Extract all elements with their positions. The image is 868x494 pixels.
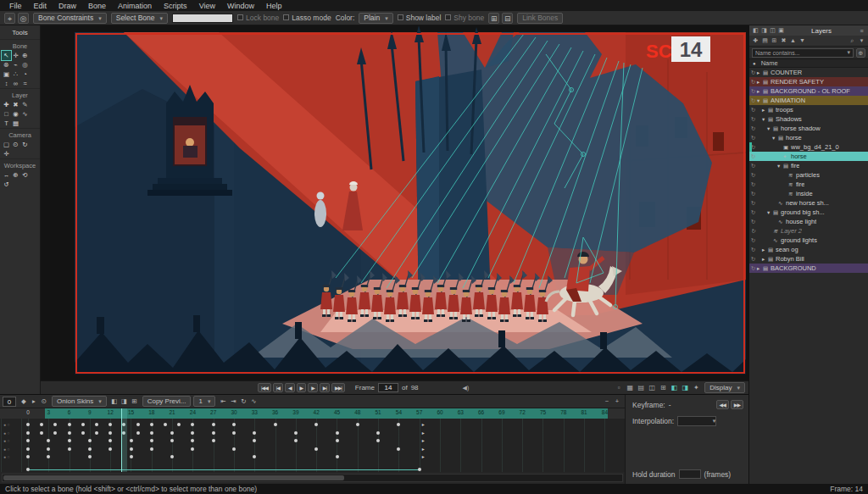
keyframe-dot[interactable] [130,447,133,451]
layer-animate-icon[interactable]: ↻ [749,163,757,169]
keyframe-dot[interactable] [47,439,50,442]
menu-draw[interactable]: Draw [53,2,82,10]
lock-bone-checkbox[interactable]: Lock bone [237,14,279,22]
layer-expand-arrow[interactable]: ▾ [767,209,773,216]
layer-row-ground-big-sh-[interactable]: ↻▾▤ground big sh... [749,208,868,217]
layer-row-layer-2[interactable]: ↻≋Layer 2 [749,226,868,236]
track-visibility-icon[interactable]: ● ○ [3,422,9,427]
keyframe-dot[interactable] [81,423,85,426]
layer-row-particles[interactable]: ↻≋particles [749,170,868,180]
layer-row-horse-shadow[interactable]: ↻▾▤horse shadow [749,124,868,133]
keyframe-dot[interactable] [294,439,298,442]
rotate-workspace-tool[interactable]: ⟲ [20,170,30,180]
layer-animate-icon[interactable]: ↻ [749,237,757,244]
onion-prev-icon[interactable]: ◧ [109,397,120,405]
sound-icon[interactable]: ◀) [463,385,470,391]
lasso-mode-box[interactable] [283,14,289,20]
lasso-mode-checkbox[interactable]: Lasso mode [283,14,331,22]
track-visibility-icon[interactable]: ● ○ [3,438,9,443]
select-bone-tool[interactable]: ↖ [2,51,11,60]
keyframe-dot[interactable] [170,431,174,435]
keyframe-dot[interactable] [397,423,400,426]
wireframe-icon[interactable]: ▦ [625,384,635,391]
keyframe-dot[interactable] [40,423,43,426]
reparent-bone-tool[interactable]: ⌁ [11,60,20,69]
transform-bone-tool[interactable]: ✛ [11,51,20,60]
layer-row-robyn-bill[interactable]: ↻▸▤Robyn Bill [749,254,868,264]
grid-icon[interactable]: ⊞ [658,384,668,391]
graph-mode-icon[interactable]: ∿ [248,397,259,405]
keyframe-dot[interactable] [26,439,30,442]
keyframe-dot[interactable] [150,423,153,426]
frame-input[interactable] [378,383,398,392]
keyframe-dot[interactable] [191,423,194,426]
move-layer-up-button[interactable]: ▲ [789,37,797,44]
keyframe-dot[interactable] [232,447,236,451]
layer-expand-arrow[interactable]: ▸ [762,107,768,114]
layer-animate-icon[interactable]: ↻ [749,209,757,216]
hold-duration-input[interactable] [679,469,701,479]
keyframe-dot[interactable] [88,439,92,442]
keyframe-dot[interactable] [150,431,153,435]
keyframe-dot[interactable] [53,423,57,426]
layer-row-background[interactable]: ↻▸▤BACKGROUND [749,264,868,273]
next-key-nav-icon[interactable]: ▶▶ [731,400,743,409]
keyframe-dot[interactable] [136,431,140,435]
layer-animate-icon[interactable]: ↻ [749,88,757,95]
delete-bone-tool[interactable]: ⊗ [2,60,11,69]
keyframe-dot[interactable] [212,423,215,426]
go-start-button[interactable]: |◀◀ [258,383,271,392]
keyframe-dot[interactable] [68,447,71,451]
menu-scripts[interactable]: Scripts [158,2,193,10]
go-end-button[interactable]: ▶▶| [331,383,345,392]
new-folder-button[interactable]: ▤ [761,37,769,44]
prev-keyframe-button[interactable]: |◀ [273,383,283,392]
link-bones-button[interactable]: Link Bones [517,13,563,24]
rectangle-tool[interactable]: □ [2,109,11,119]
curvature-tool[interactable]: ∿ [20,109,30,119]
menu-view[interactable]: View [193,2,221,10]
copy-previous-button[interactable]: Copy Previ... [142,396,192,407]
layer-row-animation[interactable]: ↻▾▤ANIMATION [749,96,868,105]
float-panel-icon[interactable]: ◫ [769,27,776,34]
keyframe-dot[interactable] [253,455,256,458]
keyframe-dot[interactable] [212,439,215,442]
quality-icon[interactable]: ▫ [614,384,624,391]
loop-icon[interactable]: ↻ [238,397,248,405]
interpolation-dropdown[interactable] [677,416,716,426]
add-point-tool[interactable]: ✚ [2,100,11,109]
show-bones-icon[interactable]: ⌖ [4,13,15,24]
keyframe-dot[interactable] [212,431,215,435]
delete-layer-button[interactable]: ✖ [780,37,787,44]
keyframe-dot[interactable] [314,423,318,426]
marker-out-icon[interactable]: ⇥ [228,397,238,405]
menu-window[interactable]: Window [221,2,260,10]
keyframe-dot[interactable] [95,431,98,435]
layer-expand-arrow[interactable]: ▸ [757,79,763,86]
keyframe-dot[interactable] [191,431,194,435]
keyframe-dot[interactable] [88,447,92,451]
layer-filter-dropdown[interactable]: Name contains... [752,48,854,58]
display-dropdown[interactable]: Display [704,382,745,393]
smart-bone-dial-tool[interactable]: ◔ [20,69,30,79]
playhead[interactable] [121,408,127,472]
layer-expand-arrow[interactable]: ▸ [762,256,768,263]
layer-row-ww-bg-d4-21-0[interactable]: ↻▣ww_bg_d4_21_0 [749,142,868,152]
keyframe-dot[interactable] [68,439,71,442]
lock-bone-box[interactable] [237,14,243,20]
scrollbar-handle[interactable] [3,475,344,480]
play-button[interactable]: ▶ [297,383,307,392]
keyframe-dot[interactable] [336,455,339,458]
layer-row-horse[interactable]: ↻⌖horse [749,152,868,161]
layer-animate-icon[interactable]: ↻ [749,107,757,114]
orbit-workspace-tool[interactable]: ↺ [2,180,11,189]
keyframe-dot[interactable] [81,431,85,435]
timeline-scrollbar[interactable] [2,474,623,482]
keyframe-dot[interactable] [95,423,98,426]
layer-animate-icon[interactable]: ↻ [749,219,757,225]
bone-constraints-tool[interactable]: ∞ [11,79,20,88]
layer-row-fire[interactable]: ↻≋fire [749,180,868,189]
step-forward-button[interactable]: ▶ [308,383,318,392]
keyframe-dot[interactable] [336,439,339,442]
onion-skins-dropdown[interactable]: Onion Skins [52,396,107,407]
